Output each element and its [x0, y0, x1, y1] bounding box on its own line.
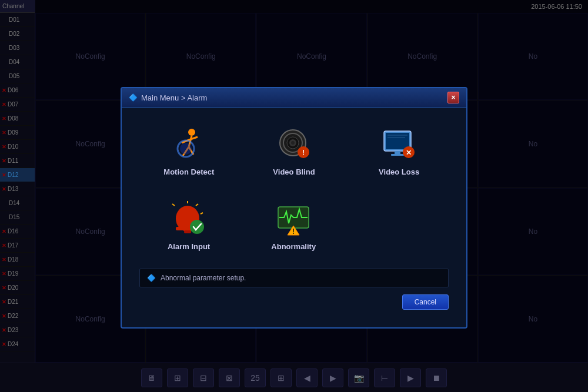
- abnormality-label: Abnormality: [271, 242, 316, 251]
- svg-line-28: [201, 213, 203, 214]
- video-blind-item[interactable]: ! Video Blind: [245, 119, 344, 182]
- alarm-modal: 🔷 Main Menu > Alarm ×: [121, 87, 467, 329]
- motion-detect-item[interactable]: Motion Detect: [139, 119, 239, 182]
- menu-icons-row1: Motion Detect: [139, 119, 449, 182]
- status-bar: 🔷 Abnormal parameter setup.: [139, 269, 449, 287]
- status-icon: 🔷: [147, 274, 156, 282]
- svg-point-7: [180, 143, 192, 155]
- alarm-input-icon: [170, 200, 208, 237]
- modal-title-bar: 🔷 Main Menu > Alarm ×: [122, 88, 466, 108]
- svg-text:✕: ✕: [406, 149, 412, 157]
- modal-footer: Cancel: [139, 294, 449, 316]
- video-loss-label: Video Loss: [379, 167, 419, 176]
- video-blind-label: Video Blind: [273, 167, 315, 176]
- svg-line-29: [172, 204, 175, 206]
- modal-body: Motion Detect: [122, 108, 466, 327]
- alarm-input-label: Alarm Input: [168, 242, 210, 251]
- motion-detect-icon: [170, 125, 208, 163]
- alarm-input-item[interactable]: Alarm Input: [139, 194, 238, 257]
- modal-title: 🔷 Main Menu > Alarm: [129, 93, 207, 102]
- video-loss-item[interactable]: ✕ Video Loss: [349, 119, 449, 182]
- svg-rect-18: [391, 154, 404, 156]
- svg-text:!: !: [302, 149, 305, 157]
- svg-line-27: [196, 204, 198, 206]
- cancel-button[interactable]: Cancel: [402, 294, 449, 310]
- motion-detect-label: Motion Detect: [163, 167, 214, 176]
- dvr-screen: Channel D01D02D03D04D05✕D06✕D07✕D08✕D09✕…: [0, 0, 588, 392]
- menu-icons-row2: Alarm Input !: [139, 194, 449, 257]
- svg-rect-21: [387, 135, 407, 136]
- abnormality-icon: !: [275, 200, 312, 237]
- svg-point-0: [188, 129, 195, 136]
- video-blind-icon: !: [275, 125, 313, 163]
- svg-rect-22: [387, 137, 405, 138]
- modal-overlay: 🔷 Main Menu > Alarm ×: [0, 0, 588, 392]
- modal-title-icon: 🔷: [129, 93, 138, 102]
- video-loss-icon: ✕: [380, 125, 418, 163]
- svg-rect-25: [184, 230, 191, 233]
- svg-point-30: [190, 220, 204, 234]
- svg-point-12: [291, 141, 295, 145]
- status-text: Abnormal parameter setup.: [161, 274, 246, 282]
- modal-close-button[interactable]: ×: [447, 92, 459, 103]
- abnormality-item[interactable]: ! Abnormality: [244, 194, 343, 257]
- svg-text:!: !: [292, 227, 295, 236]
